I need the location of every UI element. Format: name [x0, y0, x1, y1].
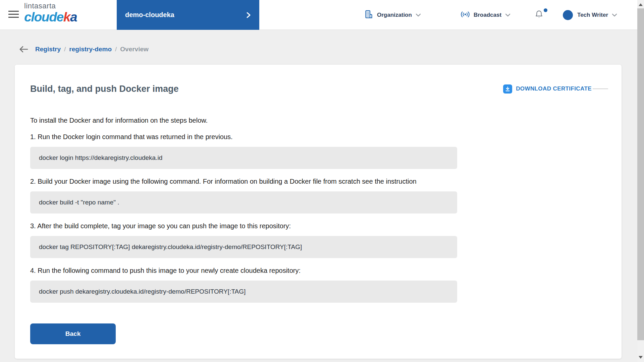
building-icon: [364, 10, 373, 20]
step-4-text: 4. Run the following command to push thi…: [30, 267, 608, 275]
chevron-down-icon: [505, 13, 511, 17]
notification-dot: [544, 8, 547, 12]
breadcrumb: Registry / registry-demo / Overview: [18, 46, 149, 53]
back-button[interactable]: [18, 46, 29, 53]
content-card: Build, tag, and push Docker image DOWNLO…: [15, 65, 622, 359]
notification-bell-button[interactable]: [535, 10, 543, 20]
breadcrumb-current-page: Overview: [120, 46, 149, 53]
chevron-down-icon: [612, 13, 617, 17]
step-1-text: 1. Run the Docker login command that was…: [30, 133, 608, 141]
download-certificate-label: DOWNLOAD CERTIFICATE: [516, 85, 592, 92]
broadcast-menu[interactable]: Broadcast: [461, 10, 511, 20]
code-block-4: docker push dekaregistry.cloudeka.id/reg…: [30, 281, 457, 303]
chevron-right-icon: [247, 12, 251, 19]
intro-text: To install the Docker and for informatio…: [30, 117, 608, 124]
breadcrumb-link-registry-demo[interactable]: registry-demo: [69, 46, 112, 53]
top-header: lintasarta cloudeka demo-cloudeka: [0, 0, 644, 30]
download-icon: [503, 84, 512, 94]
scrollbar-down-arrow-icon[interactable]: [639, 356, 643, 359]
code-block-1: docker login https://dekaregistry.cloude…: [30, 147, 457, 169]
project-selector[interactable]: demo-cloudeka: [117, 0, 259, 30]
scrollbar-thumb[interactable]: [637, 8, 644, 340]
organization-label: Organization: [377, 12, 412, 18]
scrollbar-up-arrow-icon[interactable]: [639, 3, 643, 6]
organization-menu[interactable]: Organization: [364, 10, 421, 20]
breadcrumb-separator: /: [115, 46, 117, 53]
project-name: demo-cloudeka: [125, 11, 174, 19]
broadcast-label: Broadcast: [474, 12, 501, 18]
broadcast-icon: [461, 10, 470, 20]
breadcrumb-separator: /: [64, 46, 66, 53]
breadcrumb-link-registry[interactable]: Registry: [35, 46, 61, 53]
bell-icon: [535, 14, 543, 20]
logo-lintasarta-text: lintasarta: [24, 2, 77, 10]
title-row: Build, tag, and push Docker image DOWNLO…: [30, 65, 608, 95]
user-menu[interactable]: Tech Writer: [563, 10, 617, 20]
avatar: [563, 10, 573, 20]
user-name: Tech Writer: [577, 12, 608, 18]
divider-dash: [593, 88, 608, 89]
logo-cloudeka-text: cloudeka: [24, 10, 77, 23]
brand-logo: lintasarta cloudeka: [24, 2, 77, 23]
hamburger-menu-icon[interactable]: [8, 11, 19, 19]
header-right-cluster: Organization Broadcast: [364, 0, 617, 30]
code-block-2: docker build -t "repo name" .: [30, 191, 457, 214]
back-navigation-button[interactable]: Back: [30, 323, 116, 344]
vertical-scrollbar[interactable]: [637, 0, 644, 362]
code-block-3: docker tag REPOSITORY[:TAG] dekaregistry…: [30, 236, 457, 258]
step-2-text: 2. Build your Docker image using the fol…: [30, 178, 608, 185]
chevron-down-icon: [416, 13, 421, 17]
page-title: Build, tag, and push Docker image: [30, 83, 179, 95]
step-3-text: 3. After the build complete, tag your im…: [30, 222, 608, 230]
download-certificate-button[interactable]: DOWNLOAD CERTIFICATE: [503, 84, 608, 94]
